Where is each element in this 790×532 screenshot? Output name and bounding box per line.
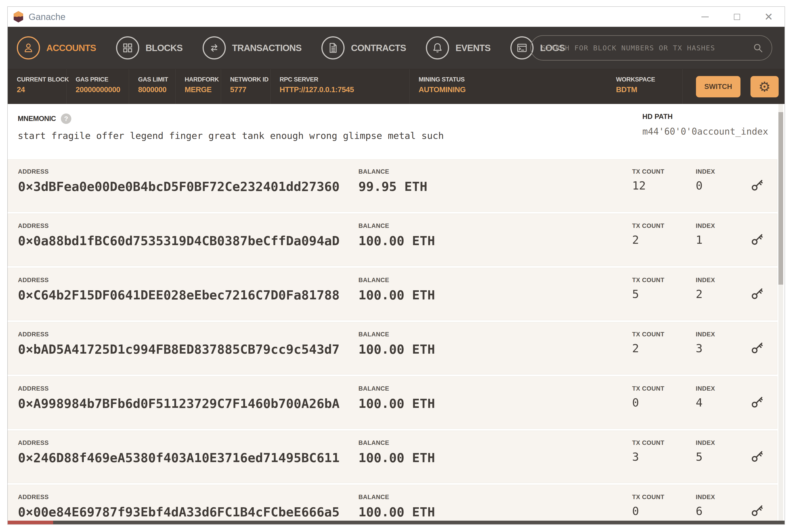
account-tx-count: 0: [632, 505, 639, 518]
search-input[interactable]: [541, 43, 752, 52]
account-address: 0×A998984b7BFb6d0F51123729C7F1460b700A26…: [18, 396, 339, 411]
person-icon: [17, 36, 40, 59]
tx-count-label: TX COUNT: [632, 494, 664, 501]
account-index: 3: [696, 342, 702, 355]
stat-label: RPC SERVER: [280, 76, 409, 83]
account-index: 1: [696, 233, 702, 246]
hd-path-value: m44'60'0'0account_index: [642, 126, 768, 137]
index-label: INDEX: [696, 223, 715, 229]
blocks-grid-icon: [116, 36, 139, 59]
hd-path-section: HD PATH m44'60'0'0account_index: [642, 113, 768, 137]
stat-value: 5777: [230, 86, 270, 94]
stat-workspace: WORKSPACE BDTM: [616, 69, 683, 104]
show-private-key-button[interactable]: [749, 500, 767, 521]
index-label: INDEX: [696, 385, 715, 392]
account-balance: 100.00 ETH: [359, 288, 435, 302]
minimize-button[interactable]: [689, 7, 721, 27]
index-label: INDEX: [696, 331, 715, 338]
show-private-key-button[interactable]: [749, 174, 767, 195]
mnemonic-section: MNEMONIC ? start fragile offer legend fi…: [8, 104, 777, 159]
account-row: ADDRESS 0×3dBFea0e00De0B4bcD5F0BF72Ce232…: [8, 159, 777, 212]
status-bar: CURRENT BLOCK 24 GAS PRICE 20000000000 G…: [8, 69, 785, 104]
account-row: ADDRESS 0×A998984b7BFb6d0F51123729C7F146…: [8, 376, 777, 429]
account-tx-count: 2: [632, 233, 639, 246]
stat-value: 20000000000: [76, 86, 129, 94]
account-address: 0×0a88bd1fBC60d7535319D4CB0387beCffDa094…: [18, 233, 339, 248]
balance-label: BALANCE: [359, 439, 389, 446]
settings-gear-button[interactable]: ⚙: [751, 76, 779, 97]
stat-value: BDTM: [616, 86, 655, 94]
key-icon: [749, 230, 766, 248]
index-label: INDEX: [696, 439, 715, 446]
account-balance: 99.95 ETH: [359, 179, 427, 194]
account-balance: 100.00 ETH: [359, 450, 435, 465]
hd-path-label: HD PATH: [642, 113, 768, 121]
nav-bar: ACCOUNTS BLOCKS TRANSACTIONS: [8, 27, 785, 69]
stat-hardfork: HARDFORK MERGE: [176, 69, 221, 104]
bell-icon: [426, 36, 449, 59]
stat-label: CURRENT BLOCK: [17, 76, 66, 83]
show-private-key-button[interactable]: [749, 392, 767, 412]
maximize-button[interactable]: [721, 7, 753, 27]
address-label: ADDRESS: [18, 168, 49, 175]
address-label: ADDRESS: [18, 439, 49, 446]
window-controls: ✕: [689, 7, 785, 27]
show-private-key-button[interactable]: [749, 446, 767, 467]
index-label: INDEX: [696, 494, 715, 501]
index-label: INDEX: [696, 277, 715, 284]
account-row: ADDRESS 0×246D88f469eA5380f403A10E3716ed…: [8, 431, 777, 483]
balance-label: BALANCE: [359, 223, 389, 229]
document-icon: [321, 36, 345, 59]
close-button[interactable]: ✕: [753, 7, 785, 27]
swap-arrows-icon: [203, 36, 226, 59]
show-private-key-button[interactable]: [749, 283, 767, 304]
tab-events[interactable]: EVENTS: [426, 36, 491, 59]
ganache-logo-icon: [13, 11, 24, 23]
tx-count-label: TX COUNT: [632, 385, 664, 392]
stat-label: WORKSPACE: [616, 76, 655, 83]
account-address: 0×00e84E69787f93Ebf4dA33d6FC1B4cFCbeE666…: [18, 505, 339, 519]
minimize-icon: [701, 17, 709, 17]
tab-blocks[interactable]: BLOCKS: [116, 36, 183, 59]
window-title: Ganache: [29, 12, 66, 22]
tab-contracts[interactable]: CONTRACTS: [321, 36, 406, 59]
account-address: 0×246D88f469eA5380f403A10E3716ed71495BC6…: [18, 450, 339, 465]
stat-mining-status: MINING STATUS AUTOMINING: [409, 69, 470, 104]
mnemonic-label: MNEMONIC: [18, 115, 56, 123]
account-index: 0: [696, 179, 702, 192]
switch-workspace-button[interactable]: SWITCH: [696, 76, 740, 97]
stat-value: AUTOMINING: [419, 86, 470, 94]
index-label: INDEX: [696, 168, 715, 175]
account-balance: 100.00 ETH: [359, 396, 435, 411]
stat-label: MINING STATUS: [419, 76, 470, 83]
search-icon[interactable]: [752, 42, 764, 54]
help-icon[interactable]: ?: [61, 113, 71, 124]
tab-transactions[interactable]: TRANSACTIONS: [203, 36, 302, 59]
account-address: 0×bAD5A41725D1c994FB8ED837885CB79cc9c543…: [18, 342, 339, 357]
stat-label: NETWORK ID: [230, 76, 270, 83]
balance-label: BALANCE: [359, 168, 389, 175]
scrollbar-thumb[interactable]: [778, 112, 783, 285]
show-private-key-button[interactable]: [749, 337, 767, 358]
stat-label: GAS PRICE: [76, 76, 129, 83]
account-address: 0×C64b2F15DF0641DEE028eEbec7216C7D0Fa817…: [18, 288, 339, 302]
key-icon: [749, 447, 766, 465]
maximize-icon: [734, 14, 740, 20]
account-row: ADDRESS 0×0a88bd1fBC60d7535319D4CB0387be…: [8, 213, 777, 266]
tab-label: TRANSACTIONS: [232, 43, 302, 53]
balance-label: BALANCE: [359, 277, 389, 284]
show-private-key-button[interactable]: [749, 229, 767, 250]
tx-count-label: TX COUNT: [632, 439, 664, 446]
address-label: ADDRESS: [18, 277, 49, 284]
tab-accounts[interactable]: ACCOUNTS: [17, 36, 96, 59]
balance-label: BALANCE: [359, 331, 389, 338]
tx-count-label: TX COUNT: [632, 223, 664, 229]
balance-label: BALANCE: [359, 494, 389, 501]
key-icon: [749, 501, 766, 519]
stat-label: HARDFORK: [185, 76, 221, 83]
stat-value: 24: [17, 86, 66, 94]
vertical-scrollbar: [778, 104, 783, 521]
stat-value: MERGE: [185, 86, 221, 94]
close-icon: ✕: [764, 12, 773, 22]
tx-count-label: TX COUNT: [632, 168, 664, 175]
